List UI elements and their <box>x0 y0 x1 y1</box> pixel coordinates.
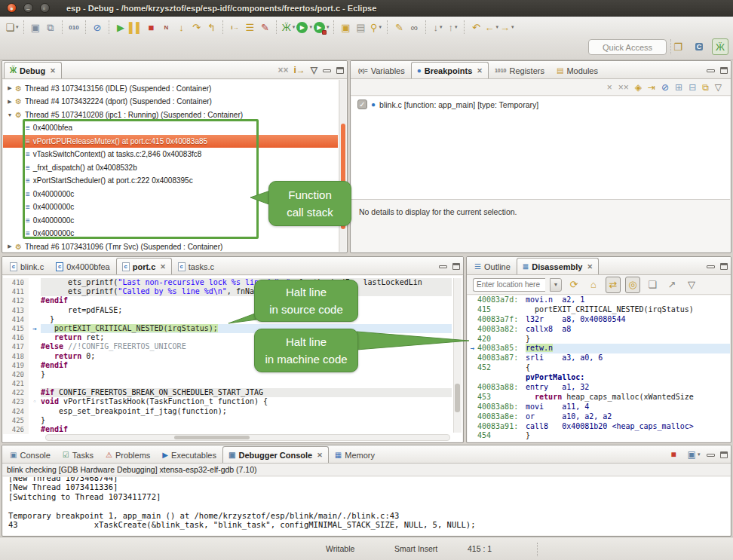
editor-vscrollbar[interactable] <box>453 278 462 433</box>
new-wizard-icon[interactable]: ❏▾ <box>5 19 20 35</box>
thread-row[interactable]: ▶⚙Thread #6 1073431096 (Tmr Svc) (Suspen… <box>3 240 338 252</box>
window-close-button[interactable]: ● <box>7 3 17 13</box>
maximize-view-button[interactable] <box>336 67 344 74</box>
tab-debugger-console[interactable]: ▣Debugger Console✕ <box>222 446 329 463</box>
tab-disassembly[interactable]: ≣Disassembly✕ <box>517 258 599 274</box>
expand-arrow-icon[interactable]: ▼ <box>6 112 14 118</box>
location-dropdown[interactable]: ▼ <box>550 278 562 292</box>
editor-hscrollbar[interactable] <box>45 434 450 441</box>
disassembly-line[interactable]: 420} <box>468 335 730 344</box>
view-menu-icon[interactable]: ▽ <box>684 277 699 293</box>
open-resource-icon[interactable]: ▤ <box>353 19 368 35</box>
display-selected-console-icon[interactable]: ▣▾ <box>686 446 701 463</box>
instruction-stepping-icon[interactable]: i→ <box>227 19 242 35</box>
skip-all-breakpoints-icon[interactable]: ⊘ <box>90 19 105 35</box>
instruction-stepping-mode-icon[interactable]: i→ <box>293 66 305 75</box>
tab-tasks[interactable]: ☑Tasks <box>57 446 100 463</box>
terminate-icon[interactable]: ■ <box>143 19 158 35</box>
maximize-view-button[interactable] <box>720 451 728 458</box>
expand-all-icon[interactable]: ⊞ <box>675 82 682 93</box>
tab-executables[interactable]: ▶Executables <box>156 446 222 463</box>
step-filters-icon[interactable]: ☰ <box>242 19 257 35</box>
refresh-icon[interactable]: ⟳ <box>566 277 581 293</box>
disassembly-line[interactable]: 40083a91:call8 0x40081b20 <heap_caps_mal… <box>468 422 730 432</box>
open-perspective-icon[interactable]: ❐ <box>670 38 686 55</box>
pin-view-icon[interactable]: ↗ <box>664 277 679 293</box>
window-minimize-button[interactable]: – <box>23 3 33 13</box>
previous-annotation-icon[interactable]: ↑▾ <box>445 19 460 35</box>
back-icon[interactable]: ←▾ <box>483 19 499 35</box>
close-icon[interactable]: ✕ <box>587 263 593 271</box>
code-line[interactable]: 422#if CONFIG_FREERTOS_BREAK_ON_SCHEDULE… <box>3 388 452 397</box>
window-maximize-button[interactable]: ▫ <box>40 3 50 13</box>
maximize-view-button[interactable] <box>720 263 728 270</box>
disassembly-line[interactable]: 40083a8e:or a10, a2, a2 <box>468 412 730 422</box>
mark-occurrences-icon[interactable]: ✎ <box>391 19 406 35</box>
quick-access-field[interactable]: Quick Access <box>588 39 667 55</box>
expand-arrow-icon[interactable]: ▶ <box>6 243 14 249</box>
close-icon[interactable]: ✕ <box>317 451 323 459</box>
tab-registers[interactable]: 1010Registers <box>489 62 551 78</box>
expand-arrow-icon[interactable]: ▶ <box>6 85 14 91</box>
tab-tasks-c[interactable]: ctasks.c <box>172 258 220 274</box>
code-line[interactable]: 424 esp_set_breakpoint_if_jtag(function)… <box>3 407 452 416</box>
maximize-view-button[interactable] <box>720 67 728 74</box>
tab-debug[interactable]: Ӝ Debug ✕ <box>4 62 62 78</box>
debug-perspective-icon[interactable]: Ӝ <box>712 38 728 55</box>
tab-memory[interactable]: ▦Memory <box>329 446 381 463</box>
tab-blink-c[interactable]: cblink.c <box>4 258 50 274</box>
tab-outline[interactable]: ☰Outline <box>468 258 517 274</box>
edit-filters-icon[interactable]: ✎ <box>257 19 272 35</box>
code-line[interactable]: 423◦void vPortFirstTaskHook(TaskFunction… <box>3 397 452 406</box>
link-with-debug-icon[interactable]: ⧉ <box>702 82 709 93</box>
terminate-icon[interactable]: ■ <box>666 446 681 463</box>
breakpoint-checkbox[interactable]: ✓ <box>357 99 367 109</box>
show-whitespace-icon[interactable]: ∞ <box>406 19 422 35</box>
sync-with-context-icon[interactable]: ⇄ <box>606 277 621 293</box>
code-line[interactable]: 413 ret=pdFALSE; <box>3 306 452 315</box>
cpp-perspective-icon[interactable]: C <box>691 38 707 55</box>
track-expression-icon[interactable]: ◎ <box>625 277 640 293</box>
tab-breakpoints[interactable]: ●Breakpoints✕ <box>411 62 489 78</box>
minimize-view-button[interactable] <box>707 454 715 457</box>
thread-row[interactable]: ▶⚙Thread #3 1073413156 (IDLE) (Suspended… <box>3 82 338 96</box>
code-line[interactable]: 414 } <box>3 315 452 324</box>
view-menu-icon[interactable]: ▽ <box>715 82 722 93</box>
disassembly-line[interactable]: 40083a7d:movi.n a2, 1 <box>468 295 730 305</box>
home-icon[interactable]: ⌂ <box>586 277 601 293</box>
step-into-icon[interactable]: ↓ <box>173 19 189 35</box>
location-input[interactable] <box>473 278 545 292</box>
source-editor[interactable]: 410 ets_printf("Last non-recursive lock … <box>3 276 462 442</box>
next-annotation-icon[interactable]: ↓▾ <box>430 19 445 35</box>
search-icon[interactable]: ⚲▾ <box>368 19 383 35</box>
code-line[interactable]: 420} <box>3 370 452 379</box>
minimize-view-button[interactable] <box>707 265 715 268</box>
close-icon[interactable]: ✕ <box>50 67 56 75</box>
maximize-view-button[interactable] <box>452 263 460 270</box>
remove-all-terminated-icon[interactable]: ×× <box>278 66 288 75</box>
disassembly-line[interactable]: 40083a82:callx8 a8 <box>468 325 730 335</box>
disassembly-line[interactable]: 452{ <box>468 363 730 373</box>
code-line[interactable]: 425} <box>3 416 452 425</box>
remove-all-breakpoints-icon[interactable]: ×× <box>618 82 629 93</box>
forward-icon[interactable]: →▾ <box>499 19 515 35</box>
step-over-icon[interactable]: ↷ <box>189 19 204 35</box>
collapse-all-icon[interactable]: ⊟ <box>689 82 696 93</box>
disconnect-icon[interactable]: N <box>158 19 173 35</box>
step-return-icon[interactable]: ↰ <box>204 19 219 35</box>
tab-console[interactable]: ▣Console <box>4 446 57 463</box>
disassembly-line[interactable]: or a2, a10, a10 <box>468 441 730 442</box>
suspend-icon[interactable]: ▌▌ <box>128 19 143 35</box>
minimize-view-button[interactable] <box>439 265 447 268</box>
expand-arrow-icon[interactable]: ▶ <box>6 99 14 105</box>
view-menu-icon[interactable]: ▽ <box>311 66 317 75</box>
tab-variables[interactable]: (x)=Variables <box>352 62 411 78</box>
open-element-icon[interactable]: ▣ <box>338 19 353 35</box>
save-all-icon[interactable]: ⧉ <box>43 19 58 35</box>
console-output[interactable]: [New Thread 1073468744][New Thread 10734… <box>3 477 730 535</box>
tab-modules[interactable]: ▤Modules <box>551 62 604 78</box>
disassembly-line[interactable]: 415 portEXIT_CRITICAL_NESTED(irqStatus) <box>468 305 730 315</box>
code-line[interactable]: 417#else //!CONFIG_FREERTOS_UNICORE <box>3 342 452 351</box>
code-line[interactable]: 416 return ret; <box>3 333 452 342</box>
code-line[interactable]: 415→ portEXIT_CRITICAL_NESTED(irqStatus)… <box>3 324 452 333</box>
